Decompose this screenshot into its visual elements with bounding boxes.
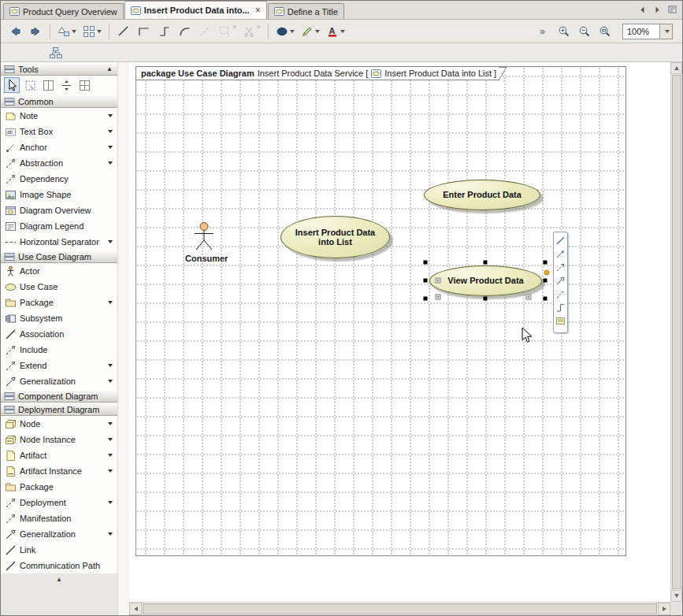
- palette-item-association[interactable]: Association: [1, 326, 117, 342]
- palette-section-common[interactable]: Common: [1, 95, 117, 108]
- bezier-path-style-button[interactable]: [176, 22, 195, 41]
- select-region-button[interactable]: »: [217, 22, 239, 41]
- palette-item-abstraction[interactable]: Abstraction: [1, 155, 117, 171]
- back-button[interactable]: [6, 22, 24, 41]
- oblique-path-style-button[interactable]: [114, 22, 133, 41]
- dropdown-arrow-icon[interactable]: [108, 469, 113, 473]
- zoom-combo-dropdown-button[interactable]: [659, 24, 672, 39]
- zoom-in-button[interactable]: [555, 22, 573, 41]
- palette-item-diagram-overview[interactable]: Diagram Overview: [1, 202, 117, 218]
- palette-item-generalization[interactable]: Generalization: [1, 373, 117, 389]
- scroll-down-button[interactable]: [670, 590, 682, 602]
- extend-tool-button[interactable]: [555, 302, 566, 314]
- use-case-insert-product-data-into-list[interactable]: Insert Product Data into List: [280, 216, 390, 258]
- dropdown-arrow-icon[interactable]: [108, 114, 113, 117]
- use-case-view-product-data[interactable]: View Product Data: [429, 265, 542, 296]
- selection-handle-ne[interactable]: [544, 261, 548, 265]
- tab-list-button[interactable]: [666, 3, 678, 16]
- dropdown-arrow-icon[interactable]: [108, 146, 113, 149]
- pen-color-button[interactable]: [299, 22, 322, 41]
- tab-insert-product-data[interactable]: Insert Product Data into...×: [124, 1, 267, 19]
- diagram-canvas[interactable]: package Use Case Diagram Insert Product …: [129, 62, 670, 602]
- selection-handle-s[interactable]: [484, 297, 488, 301]
- tab-define-a-title[interactable]: Define a Title: [268, 3, 344, 19]
- close-tab-button[interactable]: ×: [255, 6, 261, 14]
- next-tab-button[interactable]: [651, 3, 663, 16]
- palette-item-artifact-instance[interactable]: Artifact Instance: [1, 463, 117, 479]
- palette-section-component-diagram[interactable]: Component Diagram: [1, 389, 117, 403]
- dropdown-arrow-icon[interactable]: [108, 301, 113, 304]
- palette-item-subsystem[interactable]: Subsystem: [1, 310, 117, 326]
- palette-section-deployment-diagram[interactable]: Deployment Diagram: [1, 403, 117, 416]
- edit-compartment-button[interactable]: [436, 278, 441, 284]
- palette-item-anchor[interactable]: Anchor: [1, 139, 117, 155]
- selection-handle-nw[interactable]: [424, 261, 428, 265]
- shape-palette-button[interactable]: [55, 22, 79, 41]
- layout-tool-button[interactable]: [76, 77, 92, 93]
- dropdown-arrow-icon[interactable]: [108, 161, 113, 165]
- association-tool-button[interactable]: [555, 235, 566, 247]
- palette-item-horizontal-separator[interactable]: Horizontal Separator: [1, 234, 117, 250]
- dropdown-arrow-icon[interactable]: [108, 240, 113, 243]
- toolbar-overflow-indicator[interactable]: »: [532, 26, 553, 37]
- smart-link-handle[interactable]: [544, 270, 550, 276]
- palette-item-artifact[interactable]: Artifact: [1, 447, 117, 463]
- box-selection-tool-button[interactable]: [22, 77, 38, 93]
- fill-color-button[interactable]: [273, 22, 297, 41]
- palette-item-text-box[interactable]: abText Box: [1, 124, 117, 139]
- generalization-tool-button[interactable]: [555, 275, 566, 287]
- previous-tab-button[interactable]: [636, 3, 648, 16]
- palette-item-image-shape[interactable]: Image Shape: [1, 187, 117, 202]
- palette-section-tools[interactable]: Tools▲: [1, 62, 117, 76]
- tab-product-query-overview[interactable]: Product Query Overview: [3, 3, 124, 19]
- palette-item-deployment-package[interactable]: Package: [1, 479, 117, 495]
- selection-handle-se[interactable]: [544, 297, 548, 301]
- palette-item-extend[interactable]: Extend: [1, 358, 117, 373]
- palette-scrollbar[interactable]: [117, 62, 129, 615]
- vertical-scroll-thumb[interactable]: [672, 75, 681, 589]
- note-anchor-tool-button[interactable]: [555, 315, 566, 327]
- palette-item-dependency[interactable]: Dependency: [1, 171, 117, 187]
- zoom-level-combo[interactable]: 100%: [622, 24, 673, 39]
- selection-tool-button[interactable]: [4, 77, 20, 93]
- forward-button[interactable]: [26, 22, 45, 41]
- related-elements-button[interactable]: [46, 43, 65, 62]
- cut-button[interactable]: »: [241, 22, 264, 41]
- palette-item-actor[interactable]: Actor: [1, 263, 117, 279]
- use-case-enter-product-data[interactable]: Enter Product Data: [424, 180, 540, 210]
- swimlane-tool-button[interactable]: [40, 77, 56, 93]
- vertical-scrollbar[interactable]: [670, 62, 682, 602]
- palette-collapse-button[interactable]: ▲: [1, 573, 117, 584]
- dropdown-arrow-icon[interactable]: [108, 454, 113, 457]
- suppress-content-button[interactable]: [436, 295, 441, 300]
- scroll-up-button[interactable]: [670, 62, 682, 74]
- scroll-left-button[interactable]: [129, 603, 142, 615]
- zoom-out-button[interactable]: [575, 22, 594, 41]
- custom-path-style-button[interactable]: [196, 22, 215, 41]
- dropdown-arrow-icon[interactable]: [108, 130, 113, 133]
- palette-item-node-instance[interactable]: Node Instance: [1, 432, 117, 447]
- palette-item-link[interactable]: Link: [1, 542, 117, 558]
- horizontal-scroll-thumb[interactable]: [143, 603, 657, 614]
- quick-creation-button[interactable]: [80, 22, 104, 41]
- palette-item-include[interactable]: Include: [1, 342, 117, 358]
- horizontal-scrollbar[interactable]: [129, 602, 670, 615]
- palette-item-use-case[interactable]: Use Case: [1, 279, 117, 295]
- palette-item-deployment-generalization[interactable]: Generalization: [1, 526, 117, 542]
- dropdown-arrow-icon[interactable]: [108, 533, 113, 536]
- dropdown-arrow-icon[interactable]: [108, 422, 113, 425]
- directed-association-tool-button[interactable]: [555, 248, 566, 260]
- palette-item-note[interactable]: Note: [1, 108, 117, 124]
- palette-item-node[interactable]: Node: [1, 416, 117, 432]
- dropdown-arrow-icon[interactable]: [108, 438, 113, 441]
- dropdown-arrow-icon[interactable]: [108, 501, 113, 504]
- selection-handle-sw[interactable]: [424, 297, 428, 301]
- selection-handle-n[interactable]: [484, 261, 488, 265]
- font-color-button[interactable]: A: [324, 22, 347, 41]
- palette-item-manifestation[interactable]: Manifestation: [1, 510, 117, 526]
- palette-item-communication-path[interactable]: Communication Path: [1, 558, 117, 573]
- dropdown-arrow-icon[interactable]: [108, 380, 113, 383]
- selection-handle-e[interactable]: [544, 279, 548, 283]
- actor-consumer[interactable]: Consumer: [185, 221, 223, 263]
- selection-handle-w[interactable]: [424, 279, 428, 283]
